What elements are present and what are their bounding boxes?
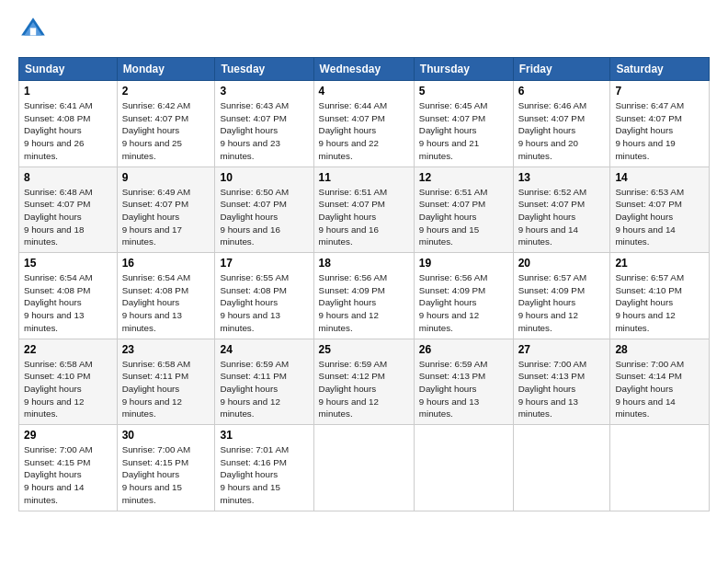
day-cell: 18 Sunrise: 6:56 AM Sunset: 4:09 PM Dayl…	[313, 253, 414, 339]
day-number: 20	[518, 257, 606, 270]
day-info: Sunrise: 6:55 AM Sunset: 4:08 PM Dayligh…	[220, 271, 308, 335]
day-info: Sunrise: 6:50 AM Sunset: 4:07 PM Dayligh…	[220, 186, 308, 249]
day-info: Sunrise: 6:56 AM Sunset: 4:09 PM Dayligh…	[319, 271, 409, 335]
day-cell: 30 Sunrise: 7:00 AM Sunset: 4:15 PM Dayl…	[117, 425, 215, 511]
day-cell: 20 Sunrise: 6:57 AM Sunset: 4:09 PM Dayl…	[513, 253, 610, 339]
day-number: 5	[419, 85, 508, 98]
day-info: Sunrise: 6:49 AM Sunset: 4:07 PM Dayligh…	[122, 186, 210, 249]
day-cell: 7 Sunrise: 6:47 AM Sunset: 4:07 PM Dayli…	[610, 81, 710, 167]
day-cell: 17 Sunrise: 6:55 AM Sunset: 4:08 PM Dayl…	[215, 253, 313, 339]
day-number: 18	[319, 257, 409, 270]
day-cell: 11 Sunrise: 6:51 AM Sunset: 4:07 PM Dayl…	[313, 167, 414, 253]
day-number: 17	[220, 257, 308, 270]
day-cell: 21 Sunrise: 6:57 AM Sunset: 4:10 PM Dayl…	[610, 253, 710, 339]
day-cell: 28 Sunrise: 7:00 AM Sunset: 4:14 PM Dayl…	[610, 339, 710, 425]
day-cell: 31 Sunrise: 7:01 AM Sunset: 4:16 PM Dayl…	[215, 425, 313, 511]
day-cell: 8 Sunrise: 6:48 AM Sunset: 4:07 PM Dayli…	[19, 167, 118, 253]
day-cell: 24 Sunrise: 6:59 AM Sunset: 4:11 PM Dayl…	[215, 339, 313, 425]
day-cell: 14 Sunrise: 6:53 AM Sunset: 4:07 PM Dayl…	[610, 167, 710, 253]
svg-rect-2	[30, 28, 36, 35]
day-cell	[513, 425, 610, 511]
week-row-1: 1 Sunrise: 6:41 AM Sunset: 4:08 PM Dayli…	[19, 81, 710, 167]
weekday-header-tuesday: Tuesday	[215, 58, 313, 81]
day-info: Sunrise: 6:59 AM Sunset: 4:12 PM Dayligh…	[319, 358, 409, 421]
day-number: 13	[518, 171, 606, 184]
day-info: Sunrise: 7:01 AM Sunset: 4:16 PM Dayligh…	[220, 443, 308, 507]
day-number: 3	[220, 85, 308, 98]
day-info: Sunrise: 6:41 AM Sunset: 4:08 PM Dayligh…	[24, 99, 112, 163]
day-cell: 27 Sunrise: 7:00 AM Sunset: 4:13 PM Dayl…	[513, 339, 610, 425]
weekday-header-wednesday: Wednesday	[313, 58, 414, 81]
day-cell: 2 Sunrise: 6:42 AM Sunset: 4:07 PM Dayli…	[117, 81, 215, 167]
day-number: 26	[419, 343, 508, 356]
day-info: Sunrise: 6:57 AM Sunset: 4:10 PM Dayligh…	[615, 271, 704, 335]
day-info: Sunrise: 6:43 AM Sunset: 4:07 PM Dayligh…	[220, 99, 308, 163]
logo	[18, 15, 51, 44]
weekday-header-saturday: Saturday	[610, 58, 710, 81]
day-info: Sunrise: 6:42 AM Sunset: 4:07 PM Dayligh…	[122, 99, 210, 163]
day-number: 16	[122, 257, 210, 270]
day-cell: 16 Sunrise: 6:54 AM Sunset: 4:08 PM Dayl…	[117, 253, 215, 339]
week-row-2: 8 Sunrise: 6:48 AM Sunset: 4:07 PM Dayli…	[19, 167, 710, 253]
header	[18, 15, 710, 44]
day-number: 31	[220, 429, 308, 442]
day-number: 19	[419, 257, 508, 270]
day-number: 11	[319, 171, 409, 184]
day-info: Sunrise: 7:00 AM Sunset: 4:14 PM Dayligh…	[615, 358, 704, 421]
day-info: Sunrise: 7:00 AM Sunset: 4:15 PM Dayligh…	[122, 443, 210, 507]
week-row-3: 15 Sunrise: 6:54 AM Sunset: 4:08 PM Dayl…	[19, 253, 710, 339]
day-number: 27	[518, 343, 606, 356]
day-number: 1	[24, 85, 112, 98]
day-info: Sunrise: 6:59 AM Sunset: 4:11 PM Dayligh…	[220, 358, 308, 421]
weekday-header-thursday: Thursday	[414, 58, 513, 81]
day-number: 21	[615, 257, 704, 270]
day-info: Sunrise: 6:45 AM Sunset: 4:07 PM Dayligh…	[419, 99, 508, 163]
day-number: 28	[615, 343, 704, 356]
day-number: 12	[419, 171, 508, 184]
day-info: Sunrise: 6:56 AM Sunset: 4:09 PM Dayligh…	[419, 271, 508, 335]
day-info: Sunrise: 6:48 AM Sunset: 4:07 PM Dayligh…	[24, 186, 112, 249]
day-number: 8	[24, 171, 112, 184]
day-cell: 9 Sunrise: 6:49 AM Sunset: 4:07 PM Dayli…	[117, 167, 215, 253]
day-number: 7	[615, 85, 704, 98]
week-row-4: 22 Sunrise: 6:58 AM Sunset: 4:10 PM Dayl…	[19, 339, 710, 425]
day-number: 2	[122, 85, 210, 98]
day-cell: 12 Sunrise: 6:51 AM Sunset: 4:07 PM Dayl…	[414, 167, 513, 253]
day-number: 14	[615, 171, 704, 184]
day-info: Sunrise: 6:46 AM Sunset: 4:07 PM Dayligh…	[518, 99, 606, 163]
day-cell: 29 Sunrise: 7:00 AM Sunset: 4:15 PM Dayl…	[19, 425, 118, 511]
page: SundayMondayTuesdayWednesdayThursdayFrid…	[0, 0, 728, 563]
day-info: Sunrise: 6:51 AM Sunset: 4:07 PM Dayligh…	[419, 186, 508, 249]
weekday-header-sunday: Sunday	[19, 58, 118, 81]
day-number: 9	[122, 171, 210, 184]
day-number: 25	[319, 343, 409, 356]
day-cell	[610, 425, 710, 511]
day-cell: 25 Sunrise: 6:59 AM Sunset: 4:12 PM Dayl…	[313, 339, 414, 425]
day-number: 24	[220, 343, 308, 356]
day-cell: 1 Sunrise: 6:41 AM Sunset: 4:08 PM Dayli…	[19, 81, 118, 167]
weekday-header-monday: Monday	[117, 58, 215, 81]
day-cell: 26 Sunrise: 6:59 AM Sunset: 4:13 PM Dayl…	[414, 339, 513, 425]
day-cell	[414, 425, 513, 511]
day-cell: 6 Sunrise: 6:46 AM Sunset: 4:07 PM Dayli…	[513, 81, 610, 167]
day-number: 30	[122, 429, 210, 442]
weekday-header-friday: Friday	[513, 58, 610, 81]
day-info: Sunrise: 6:58 AM Sunset: 4:11 PM Dayligh…	[122, 358, 210, 421]
day-cell: 10 Sunrise: 6:50 AM Sunset: 4:07 PM Dayl…	[215, 167, 313, 253]
day-cell: 23 Sunrise: 6:58 AM Sunset: 4:11 PM Dayl…	[117, 339, 215, 425]
day-info: Sunrise: 7:00 AM Sunset: 4:13 PM Dayligh…	[518, 358, 606, 421]
day-info: Sunrise: 6:54 AM Sunset: 4:08 PM Dayligh…	[122, 271, 210, 335]
day-cell: 19 Sunrise: 6:56 AM Sunset: 4:09 PM Dayl…	[414, 253, 513, 339]
day-info: Sunrise: 6:44 AM Sunset: 4:07 PM Dayligh…	[319, 99, 409, 163]
day-number: 23	[122, 343, 210, 356]
day-number: 6	[518, 85, 606, 98]
day-number: 29	[24, 429, 112, 442]
weekday-header-row: SundayMondayTuesdayWednesdayThursdayFrid…	[19, 58, 710, 81]
day-cell: 5 Sunrise: 6:45 AM Sunset: 4:07 PM Dayli…	[414, 81, 513, 167]
day-cell: 15 Sunrise: 6:54 AM Sunset: 4:08 PM Dayl…	[19, 253, 118, 339]
day-info: Sunrise: 6:47 AM Sunset: 4:07 PM Dayligh…	[615, 99, 704, 163]
day-info: Sunrise: 6:51 AM Sunset: 4:07 PM Dayligh…	[319, 186, 409, 249]
day-info: Sunrise: 6:54 AM Sunset: 4:08 PM Dayligh…	[24, 271, 112, 335]
day-number: 4	[319, 85, 409, 98]
day-info: Sunrise: 6:58 AM Sunset: 4:10 PM Dayligh…	[24, 358, 112, 421]
